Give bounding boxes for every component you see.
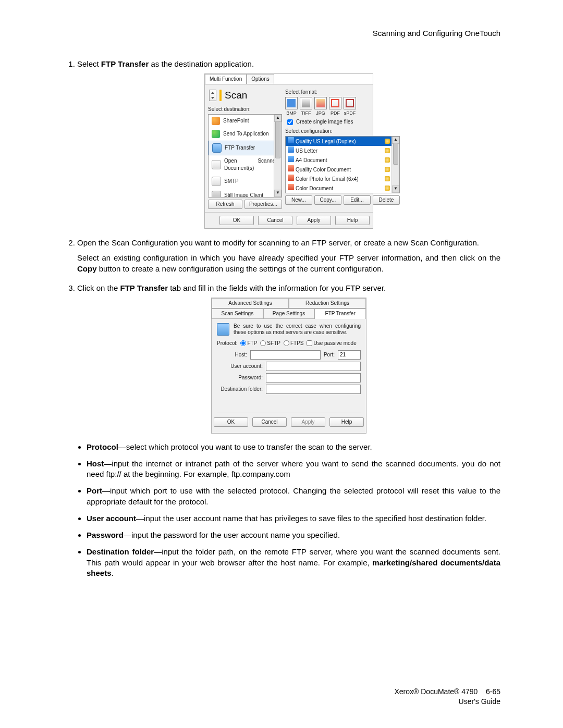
cfg-quality-us-legal[interactable]: Quality US Legal (Duplex) (286, 137, 399, 146)
tab-scan-settings[interactable]: Scan Settings (212, 309, 263, 319)
protocol-ftps-radio[interactable] (284, 340, 289, 346)
apply-button[interactable]: Apply (297, 216, 331, 225)
cfg-quality-us-letter[interactable]: Quality US Letter (286, 193, 399, 193)
protocol-sftp-radio[interactable] (260, 340, 266, 346)
cfg-label: Color Photo for Email (6x4) (296, 176, 359, 182)
dest-ftp-label: FTP Transfer (225, 144, 255, 152)
protocol-ftps[interactable]: FTPS (284, 340, 304, 347)
dest-still-image[interactable]: Still Image Client (209, 189, 282, 198)
dest-smtp-label: SMTP (224, 178, 239, 185)
tab-redaction-settings[interactable]: Redaction Settings (289, 298, 366, 309)
protocol-ftp-label: FTP (247, 340, 257, 347)
bullet-destination-folder: Destination folder—input the folder path… (87, 547, 500, 578)
port-input[interactable] (338, 350, 361, 360)
cfg-label: A4 Document (296, 157, 327, 163)
cfg-color-doc[interactable]: Color Document (286, 183, 399, 193)
sharepoint-icon (212, 117, 220, 125)
open-scanned-icon (212, 160, 221, 169)
pdf-icon (329, 97, 341, 109)
apply-button-2[interactable]: Apply (291, 417, 325, 427)
jpg-label: JPG (316, 110, 325, 117)
bullet-dest-key: Destination folder (87, 547, 154, 556)
bullet-port: Port—input which port to use with the se… (87, 486, 500, 507)
format-bmp[interactable]: BMP (285, 97, 298, 117)
cfg-scrollbar[interactable]: ▲▼ (391, 137, 399, 193)
ftp-tip-text: Be sure to use the correct case when con… (234, 323, 361, 336)
create-single-checkbox[interactable] (287, 119, 293, 125)
edit-button[interactable]: Edit... (344, 195, 371, 205)
dest-scrollbar[interactable]: ▲▼ (274, 115, 282, 197)
password-input[interactable] (266, 373, 361, 382)
format-jpg[interactable]: JPG (314, 97, 327, 117)
lock-icon (385, 167, 390, 172)
dest-sharepoint[interactable]: SharePoint (209, 115, 282, 128)
bullet-host: Host—input the internet or intranet path… (87, 459, 500, 480)
bullet-user-val: —input the user account name that has pr… (136, 514, 486, 523)
footer-doc-title: User's Guide (459, 697, 500, 706)
passive-checkbox[interactable] (307, 340, 312, 346)
dest-send-to-application[interactable]: Send To Application (209, 128, 282, 141)
use-passive-mode[interactable]: Use passive mode (307, 340, 356, 347)
lock-icon (385, 148, 390, 153)
step-2: Open the Scan Configuration you want to … (77, 237, 500, 274)
step-3-term: FTP Transfer (120, 283, 168, 292)
help-button-2[interactable]: Help (329, 417, 364, 427)
format-pdf[interactable]: PDF (329, 97, 341, 117)
send-to-app-icon (212, 130, 220, 138)
tab-multi-function[interactable]: Multi Function (205, 74, 247, 84)
cfg-label: Color Document (296, 186, 333, 191)
step-2p-c: button to create a new configuration usi… (97, 264, 384, 273)
host-input[interactable] (250, 350, 321, 360)
ok-button[interactable]: OK (219, 216, 254, 225)
lock-icon (385, 186, 390, 191)
ok-button-2[interactable]: OK (214, 417, 248, 427)
page-footer: Xerox® DocuMate® 4790 6-65 User's Guide (0, 687, 500, 707)
page-header: Scanning and Configuring OneTouch (63, 29, 500, 38)
protocol-ftp[interactable]: FTP (240, 340, 257, 347)
cancel-button-2[interactable]: Cancel (252, 417, 287, 427)
dest-open-scanned[interactable]: Open Scanned Document(s) (209, 155, 282, 175)
tab-page-settings[interactable]: Page Settings (263, 309, 315, 319)
help-button[interactable]: Help (335, 216, 370, 225)
user-account-input[interactable] (266, 362, 361, 371)
step-1-term: FTP Transfer (101, 59, 149, 68)
destination-folder-label: Destination folder: (217, 386, 263, 393)
refresh-button[interactable]: Refresh (208, 200, 242, 209)
step-3-a: Click on the (77, 283, 120, 292)
protocol-sftp[interactable]: SFTP (260, 340, 280, 347)
pdf-label: PDF (331, 110, 340, 117)
select-configuration-label: Select configuration: (285, 128, 400, 135)
copy-button[interactable]: Copy... (314, 195, 341, 205)
dest-ftp-transfer[interactable]: FTP Transfer (209, 141, 282, 155)
dest-smtp[interactable]: SMTP (209, 175, 282, 189)
tab-options[interactable]: Options (247, 74, 274, 84)
cfg-label: Quality US Legal (Duplex) (296, 139, 356, 144)
bullet-protocol-key: Protocol (87, 442, 118, 451)
cfg-quality-color[interactable]: Quality Color Document (286, 165, 399, 174)
format-tiff[interactable]: TIFF (300, 97, 312, 117)
delete-button[interactable]: Delete (373, 195, 400, 205)
bmp-icon (285, 97, 298, 109)
cfg-a4[interactable]: A4 Document (286, 155, 399, 165)
dest-osd-label: Open Scanned Document(s) (224, 157, 278, 172)
destination-list[interactable]: SharePoint Send To Application FTP Trans… (208, 114, 282, 198)
destination-folder-input[interactable] (266, 385, 361, 394)
still-image-icon (212, 191, 221, 198)
cancel-button[interactable]: Cancel (258, 216, 292, 225)
step-1: Select FTP Transfer as the destination a… (77, 58, 500, 229)
tab-ftp-transfer[interactable]: FTP Transfer (314, 309, 366, 319)
configuration-list[interactable]: Quality US Legal (Duplex) US Letter A4 D… (285, 136, 400, 193)
dest-sic-label: Still Image Client (224, 192, 263, 198)
cfg-color-photo[interactable]: Color Photo for Email (6x4) (286, 174, 399, 183)
scan-title: Scan (225, 89, 247, 103)
cfg-icon (288, 184, 294, 190)
scan-spinner[interactable] (209, 90, 216, 101)
format-spdf[interactable]: sPDF (344, 97, 356, 117)
new-button[interactable]: New... (285, 195, 312, 205)
properties-button[interactable]: Properties... (244, 200, 282, 209)
bullet-user-account: User account—input the user account name… (87, 513, 500, 524)
cfg-us-letter[interactable]: US Letter (286, 146, 399, 155)
tab-advanced-settings[interactable]: Advanced Settings (212, 298, 289, 309)
protocol-ftp-radio[interactable] (240, 340, 246, 346)
tiff-icon (300, 97, 312, 109)
